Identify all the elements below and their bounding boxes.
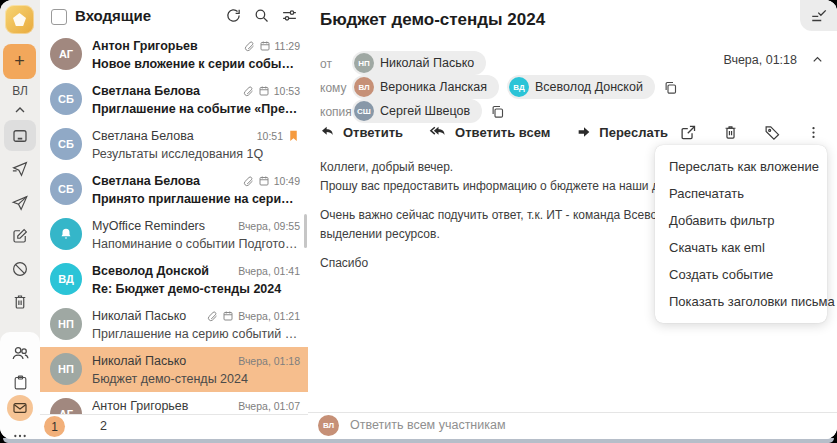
list-item[interactable]: MyOffice Reminders Вчера, 09:55 Напомина… — [40, 212, 308, 258]
checklist-icon[interactable] — [800, 0, 837, 31]
forward-icon — [576, 124, 592, 140]
app-window: + ВЛ — [0, 0, 837, 439]
contacts-icon[interactable] — [0, 344, 40, 363]
message-timestamp: Вчера, 01:18 — [723, 53, 797, 67]
open-in-new-window-icon[interactable] — [680, 124, 697, 141]
mail-app-icon[interactable] — [7, 395, 33, 421]
forward-button[interactable]: Переслать — [576, 124, 668, 140]
timestamp: 11:29 — [275, 40, 301, 52]
copy-recipients-icon[interactable] — [663, 80, 678, 95]
search-icon[interactable] — [253, 7, 270, 24]
sender: Антон Григорьев — [92, 399, 232, 413]
email-rows: АГ Антон Григорьев 11:29 Новое вложение … — [40, 32, 308, 415]
reminder-bell-icon — [50, 218, 82, 250]
timestamp: Вчера, 01:18 — [238, 355, 300, 367]
menu-item-print[interactable]: Распечатать — [655, 180, 827, 207]
list-item[interactable]: СБ Светлана Белова 10:49 Принято приглаш… — [40, 167, 308, 213]
trash-icon[interactable] — [0, 293, 40, 311]
drafts-icon[interactable] — [0, 227, 40, 245]
calendar-icon[interactable] — [0, 374, 40, 391]
reply-all-label: Ответить всем — [455, 125, 550, 140]
avatar: АГ — [50, 38, 82, 70]
contact-name: Вероника Ланская — [380, 80, 487, 94]
avatar: НП — [50, 353, 82, 385]
sender: Светлана Белова — [92, 174, 236, 188]
page-1-button[interactable]: 1 — [44, 416, 65, 437]
avatar: СБ — [50, 83, 82, 115]
sender: Николай Пасько — [92, 354, 232, 368]
subject: Бюджет демо-стенды 2024 — [92, 372, 300, 386]
subject: Результаты исследования 1Q — [92, 147, 300, 161]
menu-item-download-eml[interactable]: Скачать как eml — [655, 234, 827, 261]
list-item[interactable]: ВД Всеволод Донской Вчера, 01:41 Re: Бюд… — [40, 257, 308, 303]
user-avatar[interactable]: ВЛ — [0, 84, 40, 98]
message-toolbar: Ответить Ответить всем Переслать — [320, 118, 668, 146]
attachment-icon — [242, 175, 254, 187]
reply-button[interactable]: Ответить — [320, 124, 403, 140]
collapse-folders-icon[interactable] — [0, 102, 40, 118]
subject: Новое вложение к серии событий «Аналити… — [92, 57, 300, 71]
list-item[interactable]: СБ Светлана Белова 10:53 Приглашение на … — [40, 77, 308, 123]
app-logo-icon — [5, 5, 34, 34]
inbox-icon[interactable] — [0, 127, 40, 145]
desktop: + ВЛ — [0, 0, 837, 443]
list-scrollbar[interactable] — [304, 214, 307, 248]
list-item[interactable]: СБ Светлана Белова 10:51 Результаты иссл… — [40, 122, 308, 168]
to-chip[interactable]: ВЛ Вероника Ланская — [352, 75, 499, 99]
event-icon — [222, 310, 234, 322]
attachment-icon — [243, 40, 255, 52]
menu-item-forward-as-attachment[interactable]: Переслать как вложение — [655, 153, 827, 180]
reply-icon — [320, 124, 336, 140]
folder-title: Входящие — [75, 7, 151, 24]
menu-item-show-headers[interactable]: Показать заголовки письма — [655, 288, 827, 315]
more-icon[interactable] — [0, 428, 40, 439]
sent-icon[interactable] — [0, 160, 40, 178]
event-icon — [258, 175, 270, 187]
timestamp: 10:49 — [274, 175, 300, 187]
timestamp: Вчера, 01:21 — [238, 310, 300, 322]
tag-icon[interactable] — [764, 124, 781, 141]
outbox-icon[interactable] — [0, 194, 40, 212]
reply-all-button[interactable]: Ответить всем — [429, 124, 550, 140]
list-item[interactable]: НП Николай Пасько Вчера, 01:21 Приглашен… — [40, 302, 308, 348]
select-all-checkbox[interactable] — [51, 9, 67, 25]
avatar: ВЛ — [354, 77, 374, 97]
list-item[interactable]: АГ Антон Григорьев 11:29 Новое вложение … — [40, 32, 308, 78]
filter-icon[interactable] — [281, 7, 298, 24]
compose-new-button[interactable]: + — [3, 44, 36, 79]
timestamp: 10:51 — [257, 130, 283, 142]
subject: Принято приглашение на серию событий «… — [92, 192, 300, 206]
kebab-menu-icon[interactable] — [806, 125, 821, 140]
flag-icon[interactable] — [287, 129, 300, 143]
page-2-button[interactable]: 2 — [100, 419, 107, 433]
avatar: СБ — [50, 128, 82, 160]
sender: Всеволод Донской — [92, 264, 232, 278]
list-item[interactable]: АГ Антон Григорьев Вчера, 01:07 — [40, 392, 308, 415]
copy-cc-icon[interactable] — [490, 104, 505, 119]
spam-icon[interactable] — [0, 260, 40, 278]
avatar: НП — [50, 308, 82, 340]
menu-item-add-filter[interactable]: Добавить фильтр — [655, 207, 827, 234]
delete-icon[interactable] — [722, 124, 739, 141]
avatar: АГ — [50, 398, 82, 415]
attachment-icon — [206, 310, 218, 322]
menu-item-create-event[interactable]: Создать событие — [655, 261, 827, 288]
cc-label: копия — [320, 105, 352, 119]
subject: Приглашение на событие «Предварительно… — [92, 102, 300, 116]
reading-pane: Бюджет демо-стенды 2024 от НП Николай Па… — [308, 0, 837, 439]
context-menu: Переслать как вложение Распечатать Добав… — [655, 145, 827, 323]
list-item-selected[interactable]: НП Николай Пасько Вчера, 01:18 Бюджет де… — [40, 347, 308, 393]
sender: Светлана Белова — [92, 129, 251, 143]
mail-list-panel: Входящие АГ Антон Григорьев — [40, 0, 309, 439]
avatar: ВД — [50, 263, 82, 295]
timestamp: Вчера, 01:41 — [238, 265, 300, 277]
sender: MyOffice Reminders — [92, 219, 232, 233]
sender: Светлана Белова — [92, 84, 236, 98]
sender: Николай Пасько — [92, 309, 200, 323]
refresh-icon[interactable] — [225, 7, 242, 24]
to-chip[interactable]: ВД Всеволод Донской — [507, 75, 655, 99]
message-title: Бюджет демо-стенды 2024 — [320, 10, 545, 30]
collapse-header-icon[interactable] — [810, 52, 825, 67]
from-chip[interactable]: НП Николай Пасько — [352, 51, 486, 75]
quick-reply-bar[interactable]: ВЛ Ответить всем участникам — [308, 412, 837, 439]
